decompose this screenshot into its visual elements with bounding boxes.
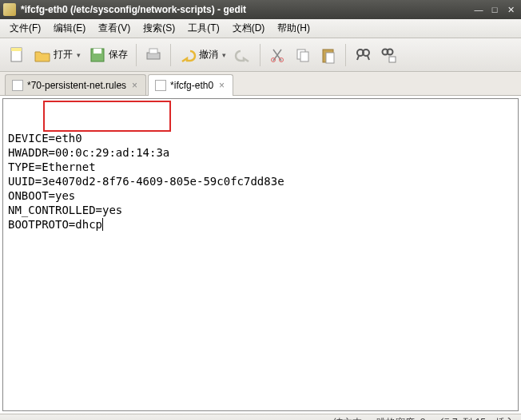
save-button[interactable]: 保存 <box>86 44 131 66</box>
window-titlebar: *ifcfg-eth0 (/etc/sysconfig/network-scri… <box>0 0 521 19</box>
status-tabwidth[interactable]: 跳格宽度: 8 <box>376 416 431 420</box>
status-filetype[interactable]: 纯文本 <box>333 416 367 420</box>
open-icon <box>34 46 51 64</box>
minimize-button[interactable]: — <box>471 3 486 16</box>
statusbar: 纯文本 跳格宽度: 8 行 7, 列 15 插入 <box>0 414 521 420</box>
print-icon <box>145 46 162 64</box>
redo-button[interactable] <box>231 44 255 66</box>
find-button[interactable] <box>351 44 375 66</box>
svg-rect-3 <box>93 49 101 53</box>
status-tabwidth-label: 跳格宽度: <box>376 417 417 420</box>
editor-text: TYPE=Ethernet <box>8 160 96 173</box>
editor-text: DEVICE <box>8 132 49 145</box>
file-icon <box>12 80 23 91</box>
editor-text: BOOTPROTO=dhcp <box>8 218 102 231</box>
toolbar-separator <box>345 44 346 66</box>
open-label: 打开 <box>54 48 73 61</box>
text-cursor <box>102 218 103 231</box>
menu-edit[interactable]: 编辑(E) <box>47 20 92 37</box>
menu-tools[interactable]: 工具(T) <box>181 20 225 37</box>
undo-label: 撤消 <box>199 48 218 61</box>
maximize-button[interactable]: □ <box>487 3 502 16</box>
svg-rect-5 <box>149 49 157 53</box>
menubar: 文件(F) 编辑(E) 查看(V) 搜索(S) 工具(T) 文档(D) 帮助(H… <box>0 19 521 38</box>
app-icon <box>3 3 16 16</box>
save-label: 保存 <box>109 48 128 61</box>
toolbar-separator <box>260 44 260 66</box>
cut-icon <box>268 46 286 64</box>
tab-close-icon[interactable]: × <box>217 80 226 91</box>
editor-text: =00:0c:29:ad:14:3a <box>49 146 170 159</box>
print-button[interactable] <box>141 44 165 66</box>
tab-persistent-net[interactable]: *70-persistent-net.rules × <box>5 74 146 95</box>
editor-text: ONBOOT=yes <box>8 189 75 202</box>
status-tabwidth-value: 8 <box>420 417 431 420</box>
new-file-icon <box>8 46 26 64</box>
tab-label: *ifcfg-eth0 <box>170 80 213 91</box>
svg-rect-16 <box>389 57 396 62</box>
open-button[interactable]: 打开 <box>30 44 84 66</box>
editor-text: HWADDR <box>8 146 49 159</box>
svg-rect-9 <box>300 52 308 61</box>
editor-text: UUID=3e4070d2-8f76-4609-805e-59c0fc7dd83… <box>8 175 284 188</box>
find-replace-icon <box>380 46 397 64</box>
menu-search[interactable]: 搜索(S) <box>137 20 181 37</box>
status-insert-mode[interactable]: 插入 <box>495 416 515 420</box>
undo-icon <box>179 46 197 64</box>
copy-button[interactable] <box>291 44 315 66</box>
toolbar-separator <box>170 44 171 66</box>
svg-rect-1 <box>11 48 22 51</box>
tab-ifcfg-eth0[interactable]: *ifcfg-eth0 × <box>148 74 233 96</box>
find-icon <box>354 46 372 64</box>
menu-view[interactable]: 查看(V) <box>92 20 137 37</box>
tab-close-icon[interactable]: × <box>130 80 139 91</box>
status-linecol: 行 7, 列 15 <box>440 416 486 420</box>
save-icon <box>89 46 106 64</box>
editor-text: NM_CONTROLLED=yes <box>8 204 122 216</box>
toolbar: 打开 保存 撤消 <box>0 38 521 72</box>
cut-button[interactable] <box>265 44 289 66</box>
toolbar-separator <box>136 44 137 66</box>
redo-icon <box>234 46 252 64</box>
window-title: *ifcfg-eth0 (/etc/sysconfig/network-scri… <box>21 4 470 15</box>
editor-text: =eth0 <box>49 132 82 145</box>
tabbar: *70-persistent-net.rules × *ifcfg-eth0 × <box>0 72 521 96</box>
highlight-annotation <box>43 101 171 132</box>
svg-rect-11 <box>326 53 334 63</box>
close-window-button[interactable]: ✕ <box>503 3 518 16</box>
file-icon <box>155 80 166 91</box>
new-file-button[interactable] <box>5 44 29 66</box>
menu-file[interactable]: 文件(F) <box>3 20 47 37</box>
menu-documents[interactable]: 文档(D) <box>226 20 272 37</box>
tab-label: *70-persistent-net.rules <box>27 80 126 91</box>
paste-button[interactable] <box>316 44 340 66</box>
editor-area[interactable]: DEVICE=eth0 HWADDR=00:0c:29:ad:14:3a TYP… <box>2 98 519 411</box>
paste-icon <box>320 46 337 64</box>
undo-button[interactable]: 撤消 <box>176 44 229 66</box>
copy-icon <box>294 46 312 64</box>
find-replace-button[interactable] <box>376 44 400 66</box>
menu-help[interactable]: 帮助(H) <box>271 20 316 37</box>
